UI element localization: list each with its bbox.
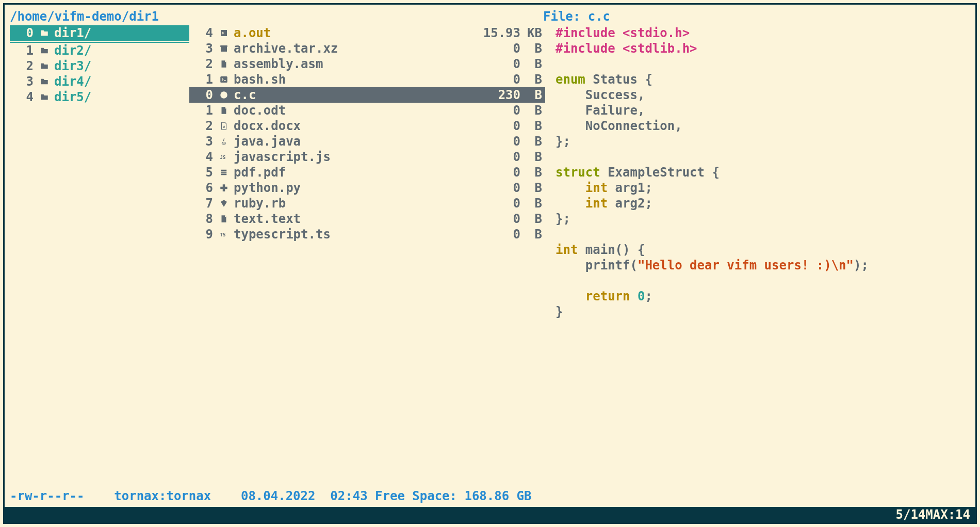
row-number: 8 [189,211,218,227]
file-owner: tornax:tornax [114,488,211,504]
row-number: 1 [10,43,39,58]
file-size: 15.93 [478,25,525,41]
position-indicator: 5/14 [896,507,926,522]
file-preview-code: #include <stdio.h>#include <stdlib.h> en… [556,25,970,320]
file-size-unit: B [525,87,545,103]
ruby-icon [218,199,230,208]
row-number: 2 [189,56,218,72]
footer-bar: 5/14 MAX: 14 [5,507,975,522]
file-size: 0 [478,72,525,87]
file-item[interactable]: 0Cc.c230B [189,87,545,103]
file-name: bash.sh [230,72,478,87]
directory-item[interactable]: 0dir1/ [10,25,189,41]
file-icon [218,214,230,223]
current-path: /home/vifm-demo/dir1 [10,9,159,24]
file-name: pdf.pdf [230,165,478,180]
file-size-unit: B [525,165,545,180]
file-size: 0 [478,149,525,165]
file-item[interactable]: 5pdf.pdf0B [189,165,545,180]
file-name: typescript.ts [230,227,478,242]
file-name: text.text [230,211,478,227]
directory-name: dir1/ [50,25,91,41]
free-space-label: Free Space: [375,488,457,504]
row-number: 4 [10,89,39,105]
file-item[interactable]: 3java.java0B [189,134,545,149]
file-size-unit: B [525,118,545,134]
row-number: 2 [10,58,39,74]
svg-rect-2 [220,76,227,83]
file-item[interactable]: 8text.text0B [189,211,545,227]
file-item[interactable]: 1doc.odt0B [189,103,545,118]
file-size: 0 [478,56,525,72]
file-size: 0 [478,103,525,118]
folder-icon [39,92,50,102]
directory-item[interactable]: 4dir5/ [10,89,189,105]
svg-rect-0 [221,46,227,52]
free-space-value: 168.86 GB [464,488,531,504]
file-size-unit: B [525,227,545,242]
max-value: 14 [955,507,970,522]
preview-title: File: c.c [543,9,970,24]
file-name: javascript.js [230,149,478,165]
header-row: /home/vifm-demo/dir1 File: c.c [10,9,970,24]
file-time: 02:43 [330,488,367,504]
file-size: 0 [478,180,525,196]
exec-icon [218,28,230,38]
folder-icon [39,46,50,55]
ts-icon: TS [218,230,230,239]
file-item[interactable]: 3archive.tar.xz0B [189,41,545,56]
directory-name: dir3/ [50,58,91,74]
row-number: 7 [189,196,218,211]
file-item[interactable]: 1bash.sh0B [189,72,545,87]
file-name: doc.odt [230,103,478,118]
folder-icon [39,77,50,86]
file-item[interactable]: 7ruby.rb0B [189,196,545,211]
row-number: 1 [189,103,218,118]
file-name: archive.tar.xz [230,41,478,56]
row-number: 6 [189,180,218,196]
row-number: 3 [189,41,218,56]
row-number: 2 [189,118,218,134]
file-pane[interactable]: 4a.out15.93KB3archive.tar.xz0B2assembly.… [189,25,545,320]
docx-icon: W [218,121,230,131]
svg-rect-1 [220,45,227,47]
file-item[interactable]: 2assembly.asm0B [189,56,545,72]
term-icon [218,75,230,84]
file-name: c.c [230,87,478,103]
file-size: 0 [478,41,525,56]
file-name: a.out [230,25,478,41]
directory-item[interactable]: 1dir2/ [10,43,189,58]
app-frame: /home/vifm-demo/dir1 File: c.c 0dir1/1di… [3,3,977,524]
row-number: 0 [189,87,218,103]
row-number: 9 [189,227,218,242]
file-date: 08.04.2022 [241,488,316,504]
file-item[interactable]: 2Wdocx.docx0B [189,118,545,134]
file-item[interactable]: 4JSjavascript.js0B [189,149,545,165]
file-name: python.py [230,180,478,196]
csrc-icon: C [218,90,230,100]
file-icon [218,106,230,115]
file-size: 0 [478,196,525,211]
folder-icon [39,61,50,71]
directory-pane[interactable]: 0dir1/1dir2/2dir3/3dir4/4dir5/ [10,25,189,320]
row-number: 0 [10,25,39,41]
folder-icon [39,28,50,38]
file-icon [218,59,230,69]
row-number: 3 [189,134,218,149]
file-size-unit: B [525,149,545,165]
directory-name: dir2/ [50,43,91,58]
file-item[interactable]: 9TStypescript.ts0B [189,227,545,242]
directory-item[interactable]: 3dir4/ [10,74,189,89]
row-number: 3 [10,74,39,89]
file-item[interactable]: 6python.py0B [189,180,545,196]
directory-item[interactable]: 2dir3/ [10,58,189,74]
file-size-unit: B [525,134,545,149]
preview-pane: #include <stdio.h>#include <stdlib.h> en… [545,25,970,320]
max-label: MAX: [925,507,955,522]
file-size: 0 [478,118,525,134]
file-size-unit: B [525,196,545,211]
file-size-unit: B [525,180,545,196]
row-number: 5 [189,165,218,180]
py-icon [218,183,230,193]
file-item[interactable]: 4a.out15.93KB [189,25,545,41]
